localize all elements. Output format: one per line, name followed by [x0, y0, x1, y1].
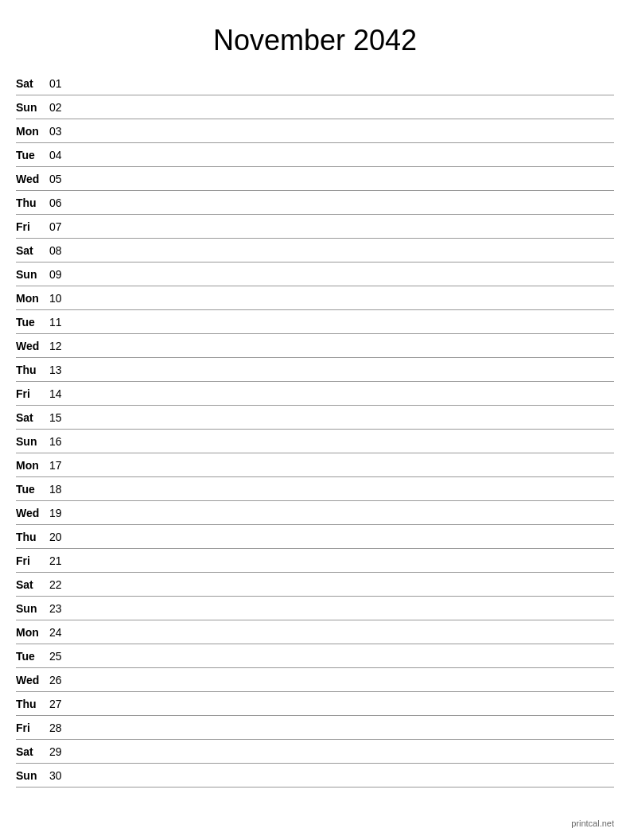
day-writing-line — [72, 393, 614, 394]
day-writing-line — [72, 202, 614, 203]
day-row: Sat22 — [16, 573, 614, 597]
day-writing-line — [72, 608, 614, 609]
day-of-week-label: Tue — [16, 483, 49, 496]
day-writing-line — [72, 369, 614, 370]
day-row: Tue18 — [16, 477, 614, 501]
day-writing-line — [72, 83, 614, 84]
day-of-week-label: Tue — [16, 650, 49, 663]
day-of-week-label: Sun — [16, 268, 49, 281]
date-number-label: 16 — [49, 435, 72, 448]
day-writing-line — [72, 775, 614, 776]
day-of-week-label: Sat — [16, 244, 49, 257]
date-number-label: 28 — [49, 721, 72, 734]
day-row: Sat29 — [16, 740, 614, 764]
date-number-label: 29 — [49, 745, 72, 758]
day-writing-line — [72, 345, 614, 346]
day-row: Sun30 — [16, 764, 614, 788]
date-number-label: 06 — [49, 196, 72, 209]
day-row: Sat01 — [16, 72, 614, 95]
day-writing-line — [72, 441, 614, 441]
day-writing-line — [72, 488, 614, 489]
day-of-week-label: Mon — [16, 125, 49, 138]
day-writing-line — [72, 178, 614, 179]
day-of-week-label: Tue — [16, 316, 49, 329]
day-of-week-label: Wed — [16, 173, 49, 185]
date-number-label: 17 — [49, 459, 72, 472]
date-number-label: 21 — [49, 554, 72, 567]
day-row: Sun09 — [16, 262, 614, 286]
date-number-label: 15 — [49, 411, 72, 424]
day-writing-line — [72, 655, 614, 656]
date-number-label: 11 — [49, 316, 72, 329]
day-row: Thu27 — [16, 692, 614, 716]
day-row: Tue25 — [16, 644, 614, 668]
day-of-week-label: Fri — [16, 554, 49, 567]
date-number-label: 19 — [49, 507, 72, 519]
day-of-week-label: Wed — [16, 340, 49, 352]
calendar-rows: Sat01Sun02Mon03Tue04Wed05Thu06Fri07Sat08… — [16, 72, 614, 788]
date-number-label: 14 — [49, 387, 72, 400]
day-row: Thu06 — [16, 191, 614, 215]
day-of-week-label: Thu — [16, 698, 49, 710]
date-number-label: 13 — [49, 364, 72, 376]
date-number-label: 12 — [49, 340, 72, 352]
date-number-label: 10 — [49, 292, 72, 305]
date-number-label: 27 — [49, 698, 72, 710]
day-row: Mon24 — [16, 620, 614, 644]
date-number-label: 05 — [49, 173, 72, 185]
day-of-week-label: Sat — [16, 411, 49, 424]
day-row: Wed26 — [16, 668, 614, 692]
day-row: Sun16 — [16, 430, 614, 453]
day-row: Mon17 — [16, 453, 614, 477]
date-number-label: 26 — [49, 674, 72, 686]
day-writing-line — [72, 250, 614, 251]
footer-text: printcal.net — [571, 819, 614, 828]
date-number-label: 22 — [49, 578, 72, 591]
day-writing-line — [72, 584, 614, 585]
day-of-week-label: Sun — [16, 101, 49, 114]
day-row: Sun02 — [16, 95, 614, 119]
day-of-week-label: Sun — [16, 435, 49, 448]
date-number-label: 23 — [49, 602, 72, 615]
page-title: November 2042 — [16, 24, 614, 57]
date-number-label: 08 — [49, 244, 72, 257]
day-writing-line — [72, 465, 614, 465]
day-row: Wed19 — [16, 501, 614, 525]
day-writing-line — [72, 321, 614, 322]
day-of-week-label: Fri — [16, 220, 49, 233]
date-number-label: 09 — [49, 268, 72, 281]
day-writing-line — [72, 703, 614, 704]
day-row: Mon10 — [16, 286, 614, 310]
day-writing-line — [72, 536, 614, 537]
day-of-week-label: Sat — [16, 77, 49, 90]
day-row: Sun23 — [16, 597, 614, 620]
day-row: Fri21 — [16, 549, 614, 573]
date-number-label: 04 — [49, 149, 72, 161]
date-number-label: 07 — [49, 220, 72, 233]
day-row: Thu20 — [16, 525, 614, 549]
day-writing-line — [72, 226, 614, 227]
day-writing-line — [72, 298, 614, 298]
day-row: Thu13 — [16, 358, 614, 382]
day-of-week-label: Fri — [16, 721, 49, 734]
day-writing-line — [72, 727, 614, 728]
day-row: Tue04 — [16, 143, 614, 167]
day-of-week-label: Thu — [16, 364, 49, 376]
day-writing-line — [72, 107, 614, 107]
day-row: Sat15 — [16, 406, 614, 430]
day-writing-line — [72, 274, 614, 274]
day-row: Fri14 — [16, 382, 614, 406]
day-row: Sat08 — [16, 239, 614, 262]
date-number-label: 30 — [49, 769, 72, 782]
day-of-week-label: Mon — [16, 626, 49, 639]
day-of-week-label: Sat — [16, 578, 49, 591]
day-writing-line — [72, 512, 614, 513]
date-number-label: 18 — [49, 483, 72, 496]
day-of-week-label: Sat — [16, 745, 49, 758]
day-of-week-label: Fri — [16, 387, 49, 400]
day-writing-line — [72, 560, 614, 561]
day-row: Tue11 — [16, 310, 614, 334]
day-of-week-label: Mon — [16, 459, 49, 472]
day-writing-line — [72, 130, 614, 131]
day-of-week-label: Wed — [16, 674, 49, 686]
